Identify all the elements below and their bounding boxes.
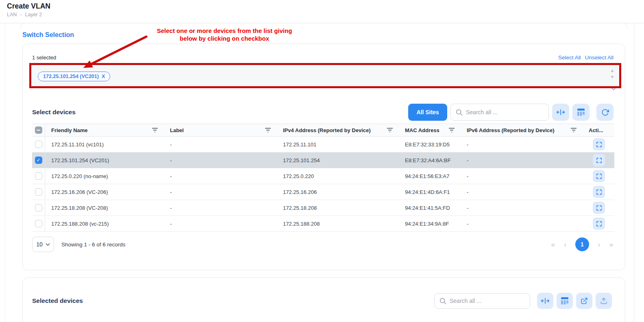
fullscreen-icon [596, 221, 602, 227]
search-icon [439, 298, 446, 305]
spinner-up-icon[interactable]: ▲ [611, 69, 614, 72]
mac-cell: E8:E7:32:A4:6A:BF [399, 157, 461, 163]
mac-cell: 94:24:E1:56:E3:A7 [399, 173, 461, 179]
mac-cell: E8:E7:32:33:19:D5 [399, 141, 461, 148]
label-cell: - [164, 189, 277, 195]
spinner-down-icon[interactable]: ▼ [611, 76, 614, 79]
column-header-ipv4[interactable]: IPv4 Address (Reported by Device) [277, 127, 399, 133]
ipv6-cell: - [461, 157, 583, 163]
mac-cell: 94:24:E1:4D:6A:F1 [399, 189, 461, 195]
last-page-button[interactable]: » [609, 240, 614, 249]
filter-icon[interactable] [387, 127, 393, 133]
row-checkbox[interactable] [35, 141, 42, 148]
prev-page-button[interactable]: ‹ [564, 240, 567, 249]
ipv4-cell: 172.25.0.220 [277, 173, 399, 179]
expand-row-button[interactable] [593, 154, 605, 166]
column-header-actions: Acti... [583, 127, 614, 133]
label-cell: - [164, 221, 277, 227]
row-checkbox[interactable]: ✓ [35, 157, 42, 164]
upload-icon [600, 297, 607, 305]
resize-columns-button[interactable] [552, 104, 569, 121]
chip-label: 172.25.101.254 (VC201) [43, 74, 99, 79]
switch-selection-card: 1 selected Select All Unselect All 172.2… [22, 44, 625, 270]
breadcrumb-item-layer2: Layer 2 [25, 12, 42, 17]
select-devices-heading: Select devices [32, 109, 76, 116]
table-row[interactable]: ✓ 172.25.101.254 (VC201) - 172.25.101.25… [32, 152, 614, 168]
friendly-name-cell: 172.25.11.101 (vc101) [45, 141, 164, 148]
ipv6-cell: - [461, 189, 583, 195]
breadcrumb-item-lan[interactable]: LAN [7, 12, 17, 17]
switch-selection-heading: Switch Selection [22, 31, 74, 39]
selected-device-chip[interactable]: 172.25.101.254 (VC201) X [38, 72, 110, 81]
columns-settings-button[interactable] [572, 104, 590, 121]
row-checkbox[interactable] [35, 220, 42, 227]
column-header-mac[interactable]: MAC Address [399, 127, 461, 133]
showing-records-label: Showing 1 - 6 of 6 records [61, 242, 126, 248]
first-page-button[interactable]: « [551, 240, 555, 249]
ipv6-cell: - [461, 221, 583, 227]
columns-settings-button[interactable] [557, 293, 573, 309]
annotation-text: Select one or more devices from the list… [131, 27, 318, 42]
current-page-badge[interactable]: 1 [575, 237, 589, 251]
all-sites-button[interactable]: All Sites [408, 104, 447, 121]
resize-columns-button[interactable] [537, 293, 553, 309]
column-header-friendly-name[interactable]: Friendly Name [45, 127, 164, 133]
refresh-button[interactable] [596, 104, 614, 121]
top-header-bar: Create VLAN LAN - Layer 2 [0, 0, 644, 23]
fullscreen-icon [596, 157, 602, 163]
friendly-name-cell: 172.25.18.208 (VC-208) [45, 205, 164, 211]
expand-row-button[interactable] [593, 170, 605, 182]
ipv6-cell: - [461, 173, 583, 179]
ipv4-cell: 172.25.101.254 [277, 157, 399, 163]
expand-row-button[interactable] [593, 202, 605, 214]
chips-expand-chevron-icon[interactable] [610, 86, 617, 91]
filter-icon[interactable] [570, 127, 577, 133]
fullscreen-icon [596, 189, 602, 195]
expand-row-button[interactable] [593, 138, 605, 150]
selected-devices-card: Selected devices [22, 277, 625, 322]
search-input[interactable] [450, 298, 525, 304]
table-row[interactable]: 172.25.11.101 (vc101) - 172.25.11.101 E8… [32, 137, 614, 152]
search-icon [456, 109, 463, 116]
friendly-name-cell: 172.25.0.220 (no-name) [45, 173, 164, 179]
expand-row-button[interactable] [593, 218, 605, 230]
resize-columns-icon [556, 109, 565, 115]
select-all-checkbox[interactable] [35, 126, 42, 134]
page-size-select[interactable]: 10 [32, 237, 54, 252]
form-panel-top-edge [20, 22, 627, 29]
columns-icon [561, 297, 568, 305]
select-all-link[interactable]: Select All [558, 54, 581, 61]
next-page-button[interactable]: › [598, 240, 600, 249]
open-external-button[interactable] [576, 293, 592, 309]
table-row[interactable]: 172.25.188.208 (vc-215) - 172.25.188.208… [32, 216, 614, 232]
filter-icon[interactable] [448, 127, 455, 133]
column-header-label[interactable]: Label [164, 127, 277, 133]
table-row[interactable]: 172.25.16.206 (VC-206) - 172.25.16.206 9… [32, 184, 614, 200]
friendly-name-cell: 172.25.101.254 (VC201) [45, 157, 164, 163]
filter-icon[interactable] [265, 127, 271, 133]
breadcrumb-separator: - [20, 12, 22, 17]
friendly-name-cell: 172.25.16.206 (VC-206) [45, 189, 164, 195]
ipv4-cell: 172.25.16.206 [277, 189, 399, 195]
filter-icon[interactable] [152, 127, 158, 133]
unselect-all-link[interactable]: Unselect All [585, 54, 614, 61]
row-checkbox[interactable] [35, 188, 42, 196]
expand-row-button[interactable] [593, 186, 605, 198]
export-button[interactable] [596, 293, 612, 309]
column-header-ipv6[interactable]: IPv6 Address (Reported by Device) [461, 127, 583, 133]
mac-cell: 94:24:E1:34:9A:8F [399, 221, 461, 227]
chip-remove-icon[interactable]: X [102, 74, 105, 79]
chips-scroll-spinner[interactable]: ▲ ▼ [611, 69, 614, 79]
chevron-down-icon [46, 243, 50, 246]
table-row[interactable]: 172.25.18.208 (VC-208) - 172.25.18.208 9… [32, 200, 614, 216]
row-checkbox[interactable] [35, 172, 42, 180]
columns-icon [577, 109, 585, 116]
table-header-row: Friendly Name Label IPv4 Address (Report… [32, 124, 614, 137]
search-input[interactable] [466, 109, 544, 115]
selected-devices-heading: Selected devices [32, 297, 83, 305]
row-checkbox[interactable] [35, 204, 42, 211]
ipv4-cell: 172.25.188.208 [277, 221, 399, 227]
external-link-icon [581, 297, 588, 305]
table-row[interactable]: 172.25.0.220 (no-name) - 172.25.0.220 94… [32, 168, 614, 184]
breadcrumb: LAN - Layer 2 [7, 12, 42, 17]
